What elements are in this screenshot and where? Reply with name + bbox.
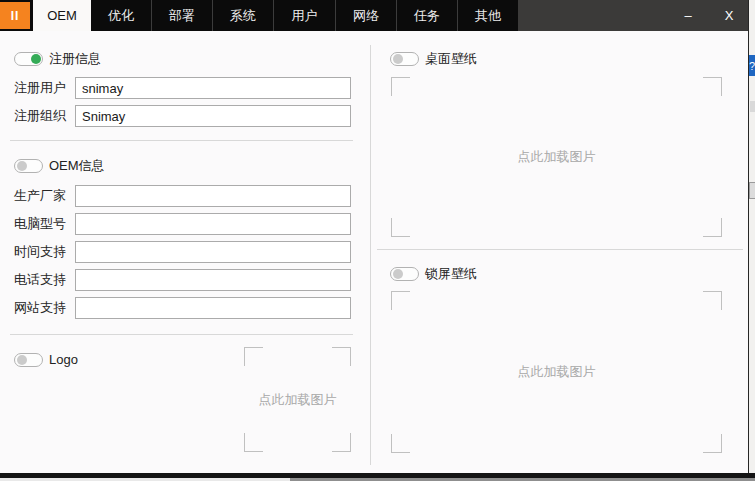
website-support-input[interactable] <box>75 297 351 319</box>
lockscreen-wallpaper-placeholder[interactable]: 点此加载图片 <box>391 291 722 453</box>
close-button[interactable]: X <box>712 0 746 31</box>
register-user-row: 注册用户 <box>14 77 351 99</box>
oem-info-section-header: OEM信息 <box>14 158 105 173</box>
background-help-button-fragment: ? <box>749 55 755 76</box>
time-support-row: 时间支持 <box>14 241 351 263</box>
tab-system[interactable]: 系统 <box>212 0 273 31</box>
divider <box>377 249 743 250</box>
lockscreen-wallpaper-section-header: 锁屏壁纸 <box>390 266 477 281</box>
divider <box>10 140 353 141</box>
toggle-knob <box>393 269 403 279</box>
website-support-label: 网站支持 <box>14 297 75 319</box>
corner-mark-icon <box>244 347 263 366</box>
corner-mark-icon <box>703 77 722 96</box>
tab-task[interactable]: 任务 <box>396 0 457 31</box>
corner-mark-icon <box>391 218 410 237</box>
corner-mark-icon <box>391 291 410 310</box>
corner-mark-icon <box>703 434 722 453</box>
manufacturer-input[interactable] <box>75 185 351 207</box>
pause-icon[interactable]: II <box>0 2 30 29</box>
lockscreen-wallpaper-toggle[interactable] <box>390 267 419 281</box>
phone-support-label: 电话支持 <box>14 269 75 291</box>
tab-network[interactable]: 网络 <box>335 0 396 31</box>
desktop-wallpaper-label: 桌面壁纸 <box>425 51 477 66</box>
register-org-row: 注册组织 <box>14 105 351 127</box>
computer-model-label: 电脑型号 <box>14 213 75 235</box>
desktop-wallpaper-placeholder[interactable]: 点此加载图片 <box>391 77 722 237</box>
toggle-knob <box>17 355 27 365</box>
corner-mark-icon <box>244 433 263 452</box>
app-window: II OEM 优化 部署 系统 用户 网络 任务 其他 – X 注册信息 注册用… <box>0 0 755 481</box>
background-text-fragment <box>750 101 755 112</box>
placeholder-text: 点此加载图片 <box>518 363 596 381</box>
corner-mark-icon <box>332 433 351 452</box>
placeholder-text: 点此加载图片 <box>259 391 337 409</box>
manufacturer-row: 生产厂家 <box>14 185 351 207</box>
background-button-fragment <box>749 182 755 199</box>
panel-divider <box>370 45 371 465</box>
register-org-label: 注册组织 <box>14 105 75 127</box>
corner-mark-icon <box>391 434 410 453</box>
oem-info-toggle[interactable] <box>14 159 43 173</box>
toggle-knob <box>393 54 403 64</box>
phone-support-input[interactable] <box>75 269 351 291</box>
register-user-input[interactable] <box>75 77 351 99</box>
register-info-label: 注册信息 <box>49 51 101 66</box>
oem-info-label: OEM信息 <box>49 158 105 173</box>
computer-model-row: 电脑型号 <box>14 213 351 235</box>
computer-model-input[interactable] <box>75 213 351 235</box>
lockscreen-wallpaper-label: 锁屏壁纸 <box>425 266 477 281</box>
corner-mark-icon <box>703 218 722 237</box>
register-user-label: 注册用户 <box>14 77 75 99</box>
phone-support-row: 电话支持 <box>14 269 351 291</box>
website-support-row: 网站支持 <box>14 297 351 319</box>
corner-mark-icon <box>332 347 351 366</box>
minimize-button[interactable]: – <box>671 0 705 31</box>
logo-label: Logo <box>49 352 78 367</box>
time-support-input[interactable] <box>75 241 351 263</box>
desktop-wallpaper-section-header: 桌面壁纸 <box>390 51 477 66</box>
register-org-input[interactable] <box>75 105 351 127</box>
logo-toggle[interactable] <box>14 353 43 367</box>
toggle-knob <box>17 161 27 171</box>
manufacturer-label: 生产厂家 <box>14 185 75 207</box>
logo-section-header: Logo <box>14 352 78 367</box>
tab-user[interactable]: 用户 <box>273 0 335 31</box>
tab-optimize[interactable]: 优化 <box>91 0 151 31</box>
time-support-label: 时间支持 <box>14 241 75 263</box>
corner-mark-icon <box>703 291 722 310</box>
divider <box>10 334 353 335</box>
tab-other[interactable]: 其他 <box>457 0 518 31</box>
register-info-section-header: 注册信息 <box>14 51 101 66</box>
corner-mark-icon <box>391 77 410 96</box>
logo-image-placeholder[interactable]: 点此加载图片 <box>244 347 351 452</box>
tab-oem[interactable]: OEM <box>33 0 91 31</box>
register-info-toggle[interactable] <box>14 52 43 66</box>
titlebar: II OEM 优化 部署 系统 用户 网络 任务 其他 – X <box>0 0 748 31</box>
placeholder-text: 点此加载图片 <box>518 148 596 166</box>
desktop-wallpaper-toggle[interactable] <box>390 52 419 66</box>
tab-deploy[interactable]: 部署 <box>151 0 212 31</box>
toggle-knob <box>31 54 41 64</box>
